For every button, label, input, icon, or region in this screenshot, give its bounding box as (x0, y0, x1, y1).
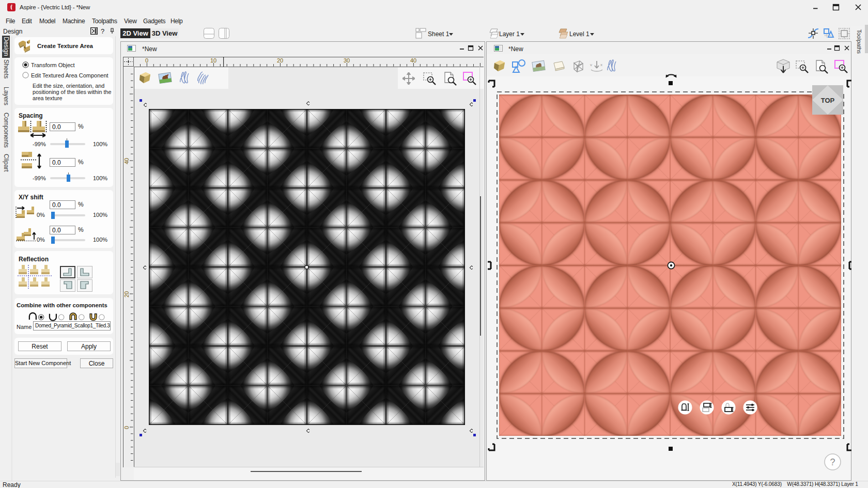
svg-text:20: 20 (277, 57, 283, 64)
svg-text:?: ? (830, 457, 835, 467)
svg-text:30: 30 (344, 57, 350, 64)
svg-text:0: 0 (145, 57, 148, 64)
svg-text:10: 10 (210, 57, 216, 64)
svg-text:TOP: TOP (821, 97, 835, 104)
svg-text:40: 40 (123, 158, 130, 164)
svg-text:v: v (590, 62, 592, 67)
svg-text:?: ? (101, 27, 104, 35)
svg-text:40: 40 (410, 57, 416, 64)
svg-text:x: x (600, 62, 602, 67)
svg-text:20: 20 (123, 291, 130, 297)
svg-text:0: 0 (123, 426, 130, 429)
